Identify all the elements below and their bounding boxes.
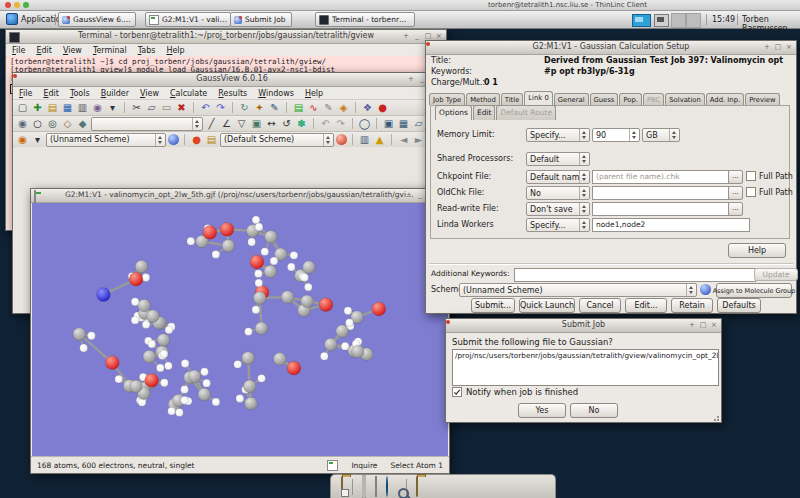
new-file-icon[interactable]: ▢ bbox=[16, 101, 29, 114]
shade-icon[interactable]: + bbox=[407, 75, 415, 84]
display-tray-icon[interactable] bbox=[654, 14, 669, 27]
rgroup-select-icon[interactable]: ◎ bbox=[46, 117, 59, 130]
molecule-titlebar[interactable]: G2:M1:V1 - valinomycin_opt_2lw_5th.gjf (… bbox=[31, 189, 449, 203]
thinlinc-tray-icon[interactable] bbox=[632, 14, 651, 27]
move-atoms-icon[interactable]: ↔ bbox=[265, 117, 278, 130]
shared-processors-select[interactable]: Default bbox=[526, 152, 590, 166]
shade-icon[interactable]: + bbox=[688, 321, 696, 330]
memory-unit-select[interactable]: GB bbox=[642, 128, 680, 142]
chkpoint-file-input[interactable]: (parent file name).chk bbox=[592, 170, 730, 184]
gaussview-menu-view[interactable]: View bbox=[140, 89, 159, 98]
add-fragment-icon[interactable]: ✚ bbox=[31, 101, 44, 114]
cut-icon[interactable]: ✂ bbox=[130, 101, 143, 114]
save-file-icon[interactable]: ▦ bbox=[61, 101, 74, 114]
redo-view-icon[interactable]: ↷ bbox=[334, 117, 347, 130]
fragment-combo[interactable] bbox=[91, 117, 203, 131]
clean-structure-icon[interactable]: ✽ bbox=[295, 117, 308, 130]
tab-pop[interactable]: Pop. bbox=[619, 93, 642, 105]
dock-item-archive[interactable] bbox=[375, 477, 377, 496]
taskbar-window-g2-m1-v1-valinomycin[interactable]: G2:M1:V1 - valinomycin... bbox=[145, 12, 231, 27]
terminal-menu-terminal[interactable]: Terminal bbox=[93, 46, 127, 55]
inquire-mode-label[interactable]: Inquire bbox=[351, 461, 377, 470]
dihedral-tool-icon[interactable]: ▽ bbox=[235, 117, 248, 130]
shade-icon[interactable]: + bbox=[405, 191, 413, 200]
gaussview-menu-results[interactable]: Results bbox=[218, 89, 247, 98]
new-mol-group-icon[interactable]: ▣ bbox=[382, 117, 395, 130]
alert-icon[interactable]: ▲ bbox=[373, 133, 386, 146]
edit-pencil-icon[interactable]: ✎ bbox=[268, 101, 281, 114]
rotate-view-icon[interactable]: ↺ bbox=[280, 117, 293, 130]
gaussview-menu-file[interactable]: File bbox=[19, 89, 32, 98]
terminal-menu-help[interactable]: Help bbox=[166, 46, 184, 55]
stop-icon[interactable]: ● bbox=[376, 101, 389, 114]
tab-job-type[interactable]: Job Type bbox=[429, 93, 465, 105]
file-open-quick-icon[interactable]: ▤ bbox=[205, 133, 218, 146]
calc-scheme-menu-icon[interactable]: ▾ bbox=[31, 133, 44, 146]
results-doc-icon[interactable]: ▤ bbox=[292, 101, 305, 114]
marker-icon[interactable]: ◈ bbox=[337, 101, 350, 114]
chkpoint-browse-button[interactable]: ... bbox=[728, 170, 743, 184]
notify-checkbox[interactable] bbox=[452, 387, 462, 397]
tab-title[interactable]: Title bbox=[501, 93, 524, 105]
taskbar-window-terminal-torbenr-tetr[interactable]: Terminal - torbenr@tetr... bbox=[315, 12, 415, 27]
retain-button[interactable]: Retain bbox=[671, 298, 713, 313]
subtab-edit[interactable]: Edit bbox=[473, 105, 496, 120]
minimize-icon[interactable]: _ bbox=[413, 32, 421, 41]
undo-view-icon[interactable]: ↶ bbox=[319, 117, 332, 130]
tab-general[interactable]: General bbox=[554, 93, 589, 105]
terminal-titlebar[interactable]: Terminal - torbenr@tetralith1:~/proj_tor… bbox=[6, 30, 446, 44]
readwrite-browse-button[interactable]: ... bbox=[728, 202, 743, 216]
close-icon[interactable]: × bbox=[710, 321, 718, 330]
taskbar-window-submit-job[interactable]: Submit Job bbox=[230, 12, 292, 27]
memory-mode-select[interactable]: Specify... bbox=[526, 128, 590, 142]
open-file-icon[interactable]: ▤ bbox=[46, 101, 59, 114]
tab-guess[interactable]: Guess bbox=[590, 93, 619, 105]
no-button[interactable]: No bbox=[570, 403, 618, 418]
subtab-default-route[interactable]: Default Route bbox=[496, 105, 556, 120]
display-ball-icon[interactable] bbox=[336, 134, 347, 145]
scheme-select[interactable]: (Unnamed Scheme) bbox=[459, 283, 697, 297]
subtab-options[interactable]: Options bbox=[435, 105, 472, 120]
terminal-menu-file[interactable]: File bbox=[12, 46, 25, 55]
symmetry-icon[interactable]: ❖ bbox=[361, 101, 374, 114]
builder-palette-icon[interactable]: ✦ bbox=[253, 101, 266, 114]
chkpoint-mode-select[interactable]: Default name bbox=[526, 170, 590, 184]
launch-gaussian-icon[interactable]: ● bbox=[190, 133, 203, 146]
tab-method[interactable]: Method bbox=[466, 93, 500, 105]
terminal-menu-view[interactable]: View bbox=[63, 46, 82, 55]
dock-item-terminal[interactable] bbox=[362, 477, 366, 496]
tile-windows-icon[interactable]: ▦ bbox=[397, 117, 410, 130]
tab-link-0[interactable]: Link 0 bbox=[524, 91, 552, 105]
copy-icon[interactable]: ▱ bbox=[145, 101, 158, 114]
calc-scheme-combo[interactable]: (Unnamed Scheme) bbox=[46, 133, 166, 147]
gaussview-menu-help[interactable]: Help bbox=[305, 89, 323, 98]
gaussview-menu-builder[interactable]: Builder bbox=[101, 89, 129, 98]
gaussview-menu-tools[interactable]: Tools bbox=[70, 89, 90, 98]
undo-icon[interactable]: ↶ bbox=[199, 101, 212, 114]
select-atoms-icon[interactable]: ▣ bbox=[250, 117, 263, 130]
inquire-icon[interactable]: ◯ bbox=[358, 117, 371, 130]
ring-select-icon[interactable]: ○ bbox=[31, 117, 44, 130]
refresh-view-icon[interactable]: ↻ bbox=[238, 101, 251, 114]
chkpoint-fullpath-checkbox[interactable] bbox=[746, 171, 756, 181]
print-icon[interactable]: ▥ bbox=[76, 101, 89, 114]
yes-button[interactable]: Yes bbox=[518, 403, 566, 418]
additional-keywords-input[interactable] bbox=[514, 268, 756, 282]
minimize-icon[interactable]: _ bbox=[416, 191, 424, 200]
copy-window-icon[interactable]: ▱ bbox=[412, 117, 425, 130]
bond-tool-icon[interactable]: ╱ bbox=[205, 117, 218, 130]
minimize-dot-icon[interactable] bbox=[14, 2, 20, 8]
linda-mode-select[interactable]: Specify... bbox=[526, 218, 590, 232]
terminal-menu-edit[interactable]: Edit bbox=[36, 46, 52, 55]
element-select-icon[interactable]: ◉ bbox=[16, 117, 29, 130]
tab-add-inp[interactable]: Add. Inp. bbox=[706, 93, 744, 105]
taskbar-window-gaussview-6-0-16[interactable]: GaussView 6.0.16 bbox=[58, 12, 136, 27]
shade-icon[interactable]: + bbox=[402, 32, 410, 41]
scheme-ball-icon[interactable] bbox=[168, 134, 179, 145]
biofragment-select-icon[interactable]: ◇ bbox=[61, 117, 74, 130]
spectra-icon[interactable]: ∿ bbox=[307, 101, 320, 114]
stereo-icon[interactable] bbox=[327, 460, 338, 471]
maximize-icon[interactable]: □ bbox=[699, 321, 707, 330]
capture-image-icon[interactable]: ◉ bbox=[91, 101, 104, 114]
gaussview-titlebar[interactable]: GaussView 6.0.16 +_□× bbox=[13, 73, 451, 87]
